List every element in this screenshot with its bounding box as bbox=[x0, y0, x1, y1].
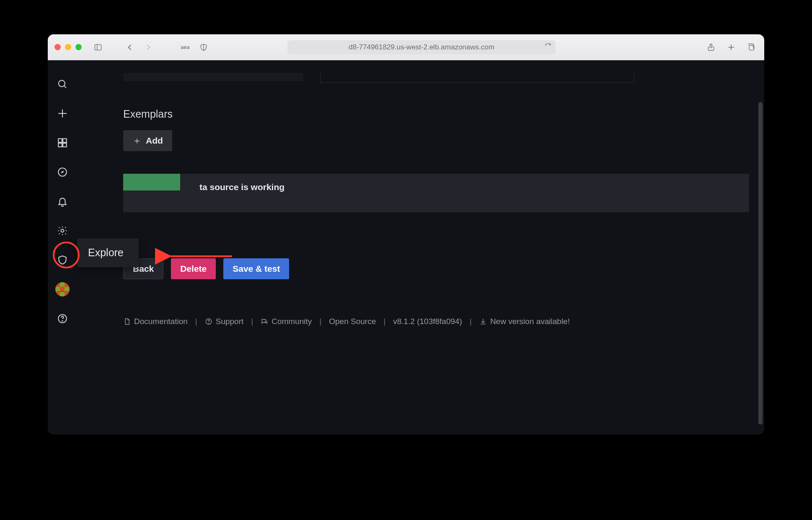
svg-rect-13 bbox=[58, 143, 62, 147]
forward-nav-icon[interactable] bbox=[142, 41, 155, 54]
svg-rect-0 bbox=[95, 44, 101, 50]
exemplars-heading: Exemplars bbox=[123, 108, 749, 120]
delete-button[interactable]: Delete bbox=[171, 258, 216, 279]
tabs-overview-icon[interactable] bbox=[745, 41, 758, 54]
svg-point-17 bbox=[61, 229, 64, 232]
address-bar-text: d8-774961829.us-west-2.elb.amazonaws.com bbox=[349, 43, 494, 51]
sidebar bbox=[48, 60, 77, 435]
address-bar[interactable]: d8-774961829.us-west-2.elb.amazonaws.com bbox=[287, 40, 556, 54]
document-icon bbox=[123, 318, 131, 325]
back-nav-icon[interactable] bbox=[124, 41, 136, 54]
footer: Documentation | Support | Community | Op… bbox=[123, 317, 749, 326]
svg-rect-11 bbox=[58, 139, 62, 142]
help-circle-icon bbox=[205, 318, 212, 325]
truncated-panel bbox=[320, 73, 634, 83]
create-icon[interactable] bbox=[55, 106, 70, 121]
app-surface: Explore Exemplars ＋ Add ta source is wor… bbox=[48, 60, 764, 435]
footer-support-link[interactable]: Support bbox=[205, 317, 244, 326]
footer-community-link[interactable]: Community bbox=[261, 317, 312, 326]
browser-window: aea d8-774961829.us-west-2.elb.amazonaws… bbox=[48, 34, 764, 435]
footer-open-source: Open Source bbox=[329, 317, 376, 326]
status-success-chip bbox=[123, 174, 180, 190]
svg-point-7 bbox=[59, 80, 65, 87]
window-controls bbox=[54, 44, 82, 50]
chat-icon bbox=[261, 318, 268, 325]
action-buttons: Back Delete Save & test bbox=[123, 258, 749, 279]
user-avatar[interactable] bbox=[55, 282, 70, 296]
truncated-panels bbox=[123, 73, 749, 83]
plus-icon: ＋ bbox=[132, 134, 142, 147]
search-icon[interactable] bbox=[55, 77, 70, 91]
extension-badge[interactable]: aea bbox=[179, 41, 191, 54]
status-message: ta source is working bbox=[199, 182, 284, 192]
reload-icon[interactable] bbox=[545, 43, 551, 51]
help-icon[interactable] bbox=[55, 311, 70, 326]
download-icon bbox=[479, 318, 487, 325]
configuration-icon[interactable] bbox=[55, 224, 70, 238]
explore-tooltip[interactable]: Explore bbox=[77, 238, 139, 267]
maximize-window-button[interactable] bbox=[75, 44, 82, 50]
footer-version: v8.1.2 (103f8fa094) bbox=[393, 317, 462, 326]
svg-point-19 bbox=[62, 321, 62, 321]
svg-marker-16 bbox=[61, 171, 64, 174]
server-admin-icon[interactable] bbox=[55, 253, 70, 267]
browser-toolbar: aea d8-774961829.us-west-2.elb.amazonaws… bbox=[48, 34, 764, 60]
sidebar-toggle-icon[interactable] bbox=[92, 41, 104, 54]
share-icon[interactable] bbox=[705, 41, 717, 54]
status-banner: ta source is working bbox=[123, 174, 749, 212]
privacy-shield-icon[interactable] bbox=[197, 41, 210, 54]
scrollbar[interactable] bbox=[758, 102, 763, 425]
main-content: Exemplars ＋ Add ta source is working Bac… bbox=[77, 60, 764, 435]
close-window-button[interactable] bbox=[54, 44, 61, 50]
save-test-button[interactable]: Save & test bbox=[223, 258, 289, 279]
explore-tooltip-label: Explore bbox=[88, 247, 124, 258]
svg-rect-14 bbox=[63, 143, 67, 147]
svg-line-8 bbox=[64, 86, 66, 88]
dashboards-icon[interactable] bbox=[55, 136, 70, 150]
footer-new-version-link[interactable]: New version available! bbox=[479, 317, 570, 326]
minimize-window-button[interactable] bbox=[65, 44, 71, 50]
svg-point-21 bbox=[208, 323, 209, 323]
new-tab-icon[interactable] bbox=[725, 41, 737, 54]
alerting-icon[interactable] bbox=[55, 194, 70, 209]
svg-rect-12 bbox=[63, 139, 67, 142]
truncated-panel bbox=[123, 73, 303, 81]
footer-documentation-link[interactable]: Documentation bbox=[123, 317, 188, 326]
add-button-label: Add bbox=[146, 136, 163, 146]
add-exemplar-button[interactable]: ＋ Add bbox=[123, 130, 172, 151]
explore-icon[interactable] bbox=[55, 165, 70, 179]
